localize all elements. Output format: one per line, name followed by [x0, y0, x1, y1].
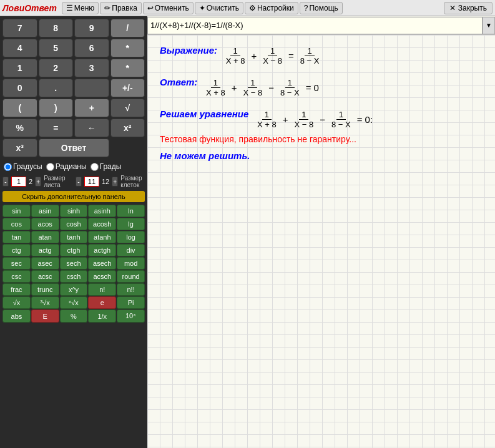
fn-ctgh[interactable]: ctgh: [60, 244, 88, 256]
no-solve-text: Не можем решить.: [160, 150, 483, 161]
radio-radians[interactable]: Радианы: [46, 162, 87, 171]
radio-degrees[interactable]: Градусы: [4, 162, 42, 171]
fn-ctg[interactable]: ctg: [2, 244, 31, 256]
fn-lg[interactable]: lg: [117, 218, 145, 230]
btn-divide[interactable]: /: [110, 19, 145, 37]
work-area: Выражение: 1 X + 8 + 1 X − 8 = 1 8 − X: [147, 35, 495, 448]
fn-cbrtx[interactable]: ³√x: [31, 296, 59, 309]
fn-trunc[interactable]: trunc: [31, 283, 59, 296]
fn-acsch[interactable]: acsch: [88, 270, 116, 283]
fn-log[interactable]: log: [117, 231, 145, 243]
fn-sech[interactable]: sech: [60, 257, 88, 270]
btn-plus[interactable]: +: [74, 99, 109, 117]
btn-7[interactable]: 7: [2, 19, 37, 37]
btn-2[interactable]: 2: [39, 59, 74, 77]
fn-cosh[interactable]: cosh: [60, 218, 88, 230]
fn-csch[interactable]: csch: [60, 270, 88, 283]
fn-sin[interactable]: sin: [2, 205, 31, 217]
fn-frac[interactable]: frac: [2, 283, 31, 296]
btn-multiply[interactable]: *: [110, 39, 145, 57]
fn-1x[interactable]: 1/x: [88, 309, 116, 323]
fn-xny[interactable]: x^y: [60, 283, 88, 296]
right-column: ▼ Выражение: 1 X + 8 + 1 X − 8 =: [147, 16, 495, 448]
cell-size-val1[interactable]: [84, 177, 99, 187]
menu-edit-btn[interactable]: ✏ Правка: [100, 2, 142, 14]
expression-section: Выражение: 1 X + 8 + 1 X − 8 = 1 8 − X: [160, 45, 483, 66]
warning-text: Тестовая функция, правильность не гарант…: [160, 134, 483, 144]
btn-percent[interactable]: %: [2, 119, 37, 137]
fn-acos[interactable]: acos: [31, 218, 59, 230]
fn-nfact2[interactable]: n!!: [117, 283, 145, 296]
fn-csc[interactable]: csc: [2, 270, 31, 283]
fn-div[interactable]: div: [117, 244, 145, 256]
fn-E[interactable]: E: [31, 309, 59, 323]
btn-9[interactable]: 9: [74, 19, 109, 37]
fn-atan[interactable]: atan: [31, 231, 59, 243]
fn-nrtx[interactable]: ⁿ√x: [60, 296, 88, 309]
btn-empty[interactable]: [74, 79, 109, 97]
fn-10x[interactable]: 10ˣ: [117, 309, 145, 323]
fn-nfact[interactable]: n!: [88, 283, 116, 296]
expression-input-bar: ▼: [147, 16, 495, 35]
menu-clear-btn[interactable]: ✦ Очистить: [195, 2, 243, 14]
fn-sinh[interactable]: sinh: [60, 205, 88, 217]
fn-cos[interactable]: cos: [2, 218, 31, 230]
fn-acosh[interactable]: acosh: [88, 218, 116, 230]
btn-answer[interactable]: Ответ: [39, 139, 109, 157]
fn-sqrtx[interactable]: √x: [2, 296, 31, 309]
btn-4[interactable]: 4: [2, 39, 37, 57]
fn-actg[interactable]: actg: [31, 244, 59, 256]
btn-5[interactable]: 5: [39, 39, 74, 57]
fn-ln[interactable]: ln: [117, 205, 145, 217]
toggle-extra-panel-btn[interactable]: Скрыть дополнительную панель: [2, 191, 145, 202]
fn-asinh[interactable]: asinh: [88, 205, 116, 217]
expression-input[interactable]: [147, 17, 483, 34]
fn-acsc[interactable]: acsc: [31, 270, 59, 283]
fn-tanh[interactable]: tanh: [60, 231, 88, 243]
fn-actgh[interactable]: actgh: [88, 244, 116, 256]
fn-round[interactable]: round: [117, 270, 145, 283]
menu-undo-btn[interactable]: ↩ Отменить: [143, 2, 194, 14]
fn-asec[interactable]: asec: [31, 257, 59, 270]
radio-grads[interactable]: Грады: [91, 162, 122, 171]
menu-settings-btn[interactable]: ⚙ Настройки: [245, 2, 298, 14]
btn-sqrt[interactable]: √: [110, 99, 145, 117]
fn-tan[interactable]: tan: [2, 231, 31, 243]
btn-multiply2[interactable]: *: [110, 59, 145, 77]
btn-0[interactable]: 0: [2, 79, 37, 97]
btn-x3[interactable]: x³: [2, 139, 37, 157]
btn-x2[interactable]: x²: [110, 119, 145, 137]
fn-abs[interactable]: abs: [2, 309, 31, 323]
close-button[interactable]: ✕ Закрыть: [444, 2, 493, 14]
btn-plusminus[interactable]: +/-: [110, 79, 145, 97]
menu-help-btn[interactable]: ? Помощь: [300, 2, 343, 14]
fn-e[interactable]: e: [88, 296, 116, 309]
fn-sec[interactable]: sec: [2, 257, 31, 270]
cell-size-plus[interactable]: +: [112, 177, 118, 187]
cell-size-minus[interactable]: -: [76, 177, 82, 187]
calculator-panel: 7 8 9 / 4 5 6 * 1 2 3 * 0 . +/- ( ) + √ …: [0, 16, 147, 448]
frac3: 1 8 − X: [298, 46, 322, 66]
fn-mod[interactable]: mod: [117, 257, 145, 270]
btn-6[interactable]: 6: [74, 39, 109, 57]
fn-atanh[interactable]: atanh: [88, 231, 116, 243]
fn-pi[interactable]: Pi: [117, 296, 145, 309]
page-size-val1[interactable]: [11, 177, 26, 187]
page-size-minus[interactable]: -: [2, 177, 9, 187]
solve-frac1: 1 X + 8: [255, 110, 279, 129]
fn-asech[interactable]: asech: [88, 257, 116, 270]
cell-size-label: Размер клеток: [120, 175, 145, 188]
fn-asin[interactable]: asin: [31, 205, 59, 217]
btn-equals[interactable]: =: [39, 119, 74, 137]
btn-3[interactable]: 3: [74, 59, 109, 77]
btn-dot[interactable]: .: [39, 79, 74, 97]
btn-1[interactable]: 1: [2, 59, 37, 77]
btn-lparen[interactable]: (: [2, 99, 37, 117]
btn-8[interactable]: 8: [39, 19, 74, 37]
expression-dropdown-btn[interactable]: ▼: [483, 17, 495, 34]
fn-pct[interactable]: %: [60, 309, 88, 323]
menu-menu-btn[interactable]: ☰ Меню: [62, 2, 99, 14]
btn-backspace[interactable]: ←: [74, 119, 109, 137]
page-size-plus[interactable]: +: [35, 177, 41, 187]
btn-rparen[interactable]: ): [39, 99, 74, 117]
